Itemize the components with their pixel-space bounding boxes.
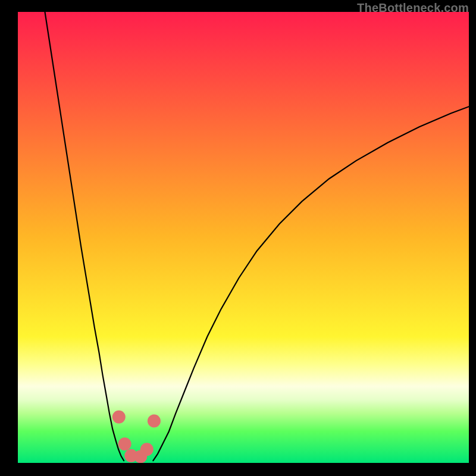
chart-plot — [18, 12, 469, 463]
chart-frame: TheBottleneck.com — [0, 0, 476, 476]
valley-markers-1 — [118, 437, 131, 450]
valley-markers-5 — [148, 415, 161, 428]
plot-background — [18, 12, 469, 463]
valley-markers-4 — [140, 443, 154, 456]
watermark-text: TheBottleneck.com — [357, 1, 469, 15]
valley-markers-0 — [112, 411, 126, 424]
